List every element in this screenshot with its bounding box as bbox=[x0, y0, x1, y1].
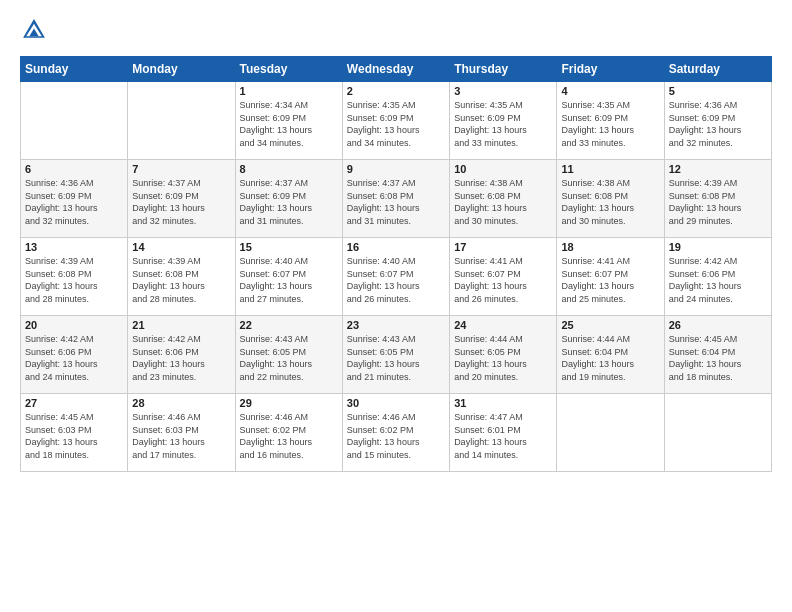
weekday-header-cell: Sunday bbox=[21, 57, 128, 82]
calendar-cell bbox=[128, 82, 235, 160]
day-info: Sunrise: 4:46 AM Sunset: 6:02 PM Dayligh… bbox=[240, 412, 313, 460]
calendar-cell: 1Sunrise: 4:34 AM Sunset: 6:09 PM Daylig… bbox=[235, 82, 342, 160]
calendar-cell: 28Sunrise: 4:46 AM Sunset: 6:03 PM Dayli… bbox=[128, 394, 235, 472]
calendar-cell: 10Sunrise: 4:38 AM Sunset: 6:08 PM Dayli… bbox=[450, 160, 557, 238]
day-number: 8 bbox=[240, 163, 338, 175]
day-number: 16 bbox=[347, 241, 445, 253]
calendar-cell: 12Sunrise: 4:39 AM Sunset: 6:08 PM Dayli… bbox=[664, 160, 771, 238]
calendar-cell: 22Sunrise: 4:43 AM Sunset: 6:05 PM Dayli… bbox=[235, 316, 342, 394]
day-number: 28 bbox=[132, 397, 230, 409]
calendar-cell: 6Sunrise: 4:36 AM Sunset: 6:09 PM Daylig… bbox=[21, 160, 128, 238]
page-header bbox=[20, 16, 772, 44]
calendar-cell: 3Sunrise: 4:35 AM Sunset: 6:09 PM Daylig… bbox=[450, 82, 557, 160]
day-number: 20 bbox=[25, 319, 123, 331]
day-number: 17 bbox=[454, 241, 552, 253]
calendar-cell: 15Sunrise: 4:40 AM Sunset: 6:07 PM Dayli… bbox=[235, 238, 342, 316]
calendar-cell: 31Sunrise: 4:47 AM Sunset: 6:01 PM Dayli… bbox=[450, 394, 557, 472]
day-number: 4 bbox=[561, 85, 659, 97]
day-number: 27 bbox=[25, 397, 123, 409]
calendar-cell: 17Sunrise: 4:41 AM Sunset: 6:07 PM Dayli… bbox=[450, 238, 557, 316]
day-number: 24 bbox=[454, 319, 552, 331]
calendar-cell: 19Sunrise: 4:42 AM Sunset: 6:06 PM Dayli… bbox=[664, 238, 771, 316]
logo bbox=[20, 16, 52, 44]
logo-icon bbox=[20, 16, 48, 44]
calendar-cell: 26Sunrise: 4:45 AM Sunset: 6:04 PM Dayli… bbox=[664, 316, 771, 394]
day-number: 6 bbox=[25, 163, 123, 175]
day-number: 1 bbox=[240, 85, 338, 97]
calendar-row: 6Sunrise: 4:36 AM Sunset: 6:09 PM Daylig… bbox=[21, 160, 772, 238]
day-info: Sunrise: 4:37 AM Sunset: 6:08 PM Dayligh… bbox=[347, 178, 420, 226]
day-number: 3 bbox=[454, 85, 552, 97]
day-info: Sunrise: 4:42 AM Sunset: 6:06 PM Dayligh… bbox=[669, 256, 742, 304]
day-number: 9 bbox=[347, 163, 445, 175]
calendar-cell: 7Sunrise: 4:37 AM Sunset: 6:09 PM Daylig… bbox=[128, 160, 235, 238]
calendar-cell: 16Sunrise: 4:40 AM Sunset: 6:07 PM Dayli… bbox=[342, 238, 449, 316]
calendar-row: 20Sunrise: 4:42 AM Sunset: 6:06 PM Dayli… bbox=[21, 316, 772, 394]
day-number: 19 bbox=[669, 241, 767, 253]
day-info: Sunrise: 4:39 AM Sunset: 6:08 PM Dayligh… bbox=[669, 178, 742, 226]
calendar-cell: 2Sunrise: 4:35 AM Sunset: 6:09 PM Daylig… bbox=[342, 82, 449, 160]
day-info: Sunrise: 4:41 AM Sunset: 6:07 PM Dayligh… bbox=[454, 256, 527, 304]
day-info: Sunrise: 4:36 AM Sunset: 6:09 PM Dayligh… bbox=[669, 100, 742, 148]
day-info: Sunrise: 4:37 AM Sunset: 6:09 PM Dayligh… bbox=[132, 178, 205, 226]
day-info: Sunrise: 4:37 AM Sunset: 6:09 PM Dayligh… bbox=[240, 178, 313, 226]
day-info: Sunrise: 4:44 AM Sunset: 6:04 PM Dayligh… bbox=[561, 334, 634, 382]
day-number: 12 bbox=[669, 163, 767, 175]
weekday-header-cell: Saturday bbox=[664, 57, 771, 82]
day-info: Sunrise: 4:36 AM Sunset: 6:09 PM Dayligh… bbox=[25, 178, 98, 226]
calendar-cell bbox=[557, 394, 664, 472]
day-number: 14 bbox=[132, 241, 230, 253]
calendar-table: SundayMondayTuesdayWednesdayThursdayFrid… bbox=[20, 56, 772, 472]
day-info: Sunrise: 4:46 AM Sunset: 6:02 PM Dayligh… bbox=[347, 412, 420, 460]
day-number: 5 bbox=[669, 85, 767, 97]
calendar-cell: 5Sunrise: 4:36 AM Sunset: 6:09 PM Daylig… bbox=[664, 82, 771, 160]
day-info: Sunrise: 4:35 AM Sunset: 6:09 PM Dayligh… bbox=[347, 100, 420, 148]
calendar-cell: 24Sunrise: 4:44 AM Sunset: 6:05 PM Dayli… bbox=[450, 316, 557, 394]
day-number: 25 bbox=[561, 319, 659, 331]
calendar-cell: 11Sunrise: 4:38 AM Sunset: 6:08 PM Dayli… bbox=[557, 160, 664, 238]
day-number: 18 bbox=[561, 241, 659, 253]
calendar-cell: 29Sunrise: 4:46 AM Sunset: 6:02 PM Dayli… bbox=[235, 394, 342, 472]
calendar-cell: 30Sunrise: 4:46 AM Sunset: 6:02 PM Dayli… bbox=[342, 394, 449, 472]
calendar-cell bbox=[21, 82, 128, 160]
day-info: Sunrise: 4:39 AM Sunset: 6:08 PM Dayligh… bbox=[132, 256, 205, 304]
calendar-cell bbox=[664, 394, 771, 472]
day-number: 23 bbox=[347, 319, 445, 331]
day-number: 15 bbox=[240, 241, 338, 253]
calendar-row: 1Sunrise: 4:34 AM Sunset: 6:09 PM Daylig… bbox=[21, 82, 772, 160]
day-info: Sunrise: 4:43 AM Sunset: 6:05 PM Dayligh… bbox=[347, 334, 420, 382]
day-info: Sunrise: 4:46 AM Sunset: 6:03 PM Dayligh… bbox=[132, 412, 205, 460]
day-number: 29 bbox=[240, 397, 338, 409]
calendar-body: 1Sunrise: 4:34 AM Sunset: 6:09 PM Daylig… bbox=[21, 82, 772, 472]
day-number: 13 bbox=[25, 241, 123, 253]
day-info: Sunrise: 4:40 AM Sunset: 6:07 PM Dayligh… bbox=[240, 256, 313, 304]
calendar-cell: 20Sunrise: 4:42 AM Sunset: 6:06 PM Dayli… bbox=[21, 316, 128, 394]
day-info: Sunrise: 4:35 AM Sunset: 6:09 PM Dayligh… bbox=[561, 100, 634, 148]
day-number: 2 bbox=[347, 85, 445, 97]
day-number: 10 bbox=[454, 163, 552, 175]
weekday-header-cell: Monday bbox=[128, 57, 235, 82]
day-number: 7 bbox=[132, 163, 230, 175]
calendar-cell: 25Sunrise: 4:44 AM Sunset: 6:04 PM Dayli… bbox=[557, 316, 664, 394]
day-info: Sunrise: 4:38 AM Sunset: 6:08 PM Dayligh… bbox=[561, 178, 634, 226]
weekday-header-row: SundayMondayTuesdayWednesdayThursdayFrid… bbox=[21, 57, 772, 82]
weekday-header-cell: Tuesday bbox=[235, 57, 342, 82]
calendar-cell: 14Sunrise: 4:39 AM Sunset: 6:08 PM Dayli… bbox=[128, 238, 235, 316]
day-info: Sunrise: 4:45 AM Sunset: 6:04 PM Dayligh… bbox=[669, 334, 742, 382]
calendar-cell: 27Sunrise: 4:45 AM Sunset: 6:03 PM Dayli… bbox=[21, 394, 128, 472]
day-info: Sunrise: 4:39 AM Sunset: 6:08 PM Dayligh… bbox=[25, 256, 98, 304]
day-number: 26 bbox=[669, 319, 767, 331]
day-info: Sunrise: 4:38 AM Sunset: 6:08 PM Dayligh… bbox=[454, 178, 527, 226]
day-number: 21 bbox=[132, 319, 230, 331]
day-info: Sunrise: 4:45 AM Sunset: 6:03 PM Dayligh… bbox=[25, 412, 98, 460]
calendar-cell: 9Sunrise: 4:37 AM Sunset: 6:08 PM Daylig… bbox=[342, 160, 449, 238]
calendar-cell: 4Sunrise: 4:35 AM Sunset: 6:09 PM Daylig… bbox=[557, 82, 664, 160]
day-info: Sunrise: 4:44 AM Sunset: 6:05 PM Dayligh… bbox=[454, 334, 527, 382]
day-number: 11 bbox=[561, 163, 659, 175]
calendar-cell: 18Sunrise: 4:41 AM Sunset: 6:07 PM Dayli… bbox=[557, 238, 664, 316]
weekday-header-cell: Friday bbox=[557, 57, 664, 82]
calendar-cell: 8Sunrise: 4:37 AM Sunset: 6:09 PM Daylig… bbox=[235, 160, 342, 238]
weekday-header-cell: Wednesday bbox=[342, 57, 449, 82]
day-number: 22 bbox=[240, 319, 338, 331]
day-info: Sunrise: 4:41 AM Sunset: 6:07 PM Dayligh… bbox=[561, 256, 634, 304]
